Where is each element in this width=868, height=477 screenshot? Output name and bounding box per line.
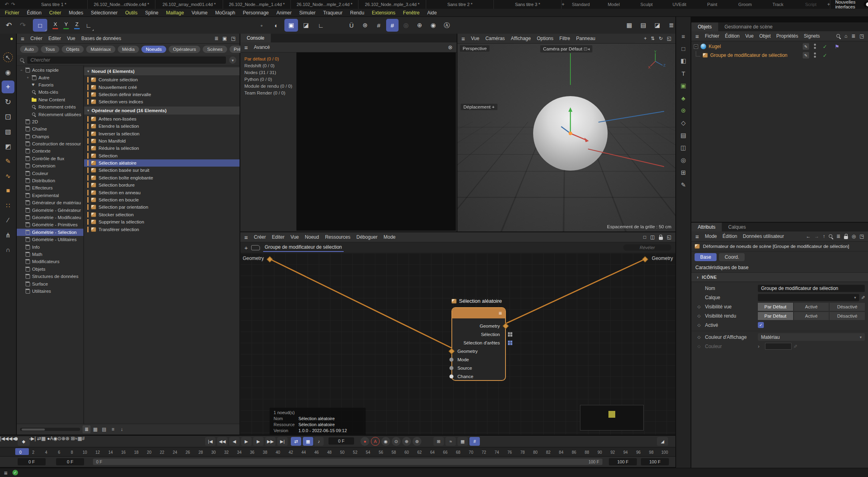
layout-tab[interactable]: Groom (729, 0, 761, 9)
expander-icon[interactable] (19, 164, 24, 168)
timeline-snap-toggle[interactable]: # (469, 437, 480, 446)
preview-range-slider[interactable]: 0 F 100 F (93, 459, 602, 465)
add-layout-button[interactable]: + (827, 0, 830, 9)
search-input[interactable]: Chercher (27, 56, 226, 64)
node-input-port[interactable]: Chance (452, 372, 505, 380)
popout-icon[interactable]: ◳ (860, 233, 864, 239)
globe-icon[interactable]: ◎ (678, 155, 689, 165)
menu-item[interactable]: Fenêtre (403, 10, 419, 16)
expander-icon[interactable]: − (19, 68, 24, 72)
expander-icon[interactable] (26, 112, 30, 117)
node-graph-canvas[interactable]: Geometry Geometry Sélection aléatoire ≡ … (240, 253, 675, 435)
previous-frame-button[interactable]: ◀ (229, 437, 240, 446)
console-output[interactable] (296, 52, 456, 231)
view-label[interactable]: Perspective (460, 45, 489, 52)
layout-tab[interactable]: Sculpt (630, 0, 663, 9)
animate-diamond-icon[interactable]: ◇ (695, 314, 703, 318)
quantize-button[interactable]: # (373, 19, 385, 32)
node-input-port[interactable]: Source (452, 364, 505, 372)
expander-icon[interactable] (19, 267, 24, 271)
list-item[interactable]: ▾ Stocker sélection (84, 211, 240, 218)
back-icon[interactable]: ← (806, 233, 811, 239)
keyframe-selection-button[interactable]: ◉ (381, 437, 390, 446)
list-item[interactable]: ▾ Sélection vers indices (84, 98, 240, 105)
menu-item[interactable]: Mode (705, 233, 717, 239)
panel-tab[interactable]: Calques (722, 223, 752, 231)
filter-tab[interactable]: Tous (41, 46, 59, 53)
coordinate-system-button[interactable]: ∟ (83, 19, 95, 32)
layout-pane-icon[interactable]: □ (678, 44, 689, 53)
menu-item[interactable]: Bases de données (81, 36, 121, 41)
tree-item[interactable]: Construction de ressour (17, 140, 83, 147)
menu-item[interactable]: Vue (471, 36, 479, 41)
menu-item[interactable]: Simuler (299, 10, 316, 16)
panel-tab[interactable]: Objets (691, 22, 718, 31)
selection-filter-button[interactable]: □ (33, 19, 47, 32)
list-item[interactable]: ▾ Noeud (4 Elements) (84, 67, 240, 75)
tree-item[interactable]: Récemment créés (17, 103, 83, 111)
current-frame-field[interactable]: 0 F (328, 437, 354, 445)
vegetation-icon[interactable]: ♣ (678, 93, 689, 103)
tree-item[interactable]: Modificateurs (17, 258, 83, 265)
port-marker[interactable] (449, 366, 453, 370)
menu-item[interactable]: Editer (272, 234, 284, 240)
animate-diamond-icon[interactable]: ◇ (695, 335, 703, 339)
edge-mode-button[interactable]: ◐ (270, 19, 283, 32)
expander-icon[interactable] (19, 260, 24, 264)
enabled-checkbox[interactable]: ✓ (758, 322, 764, 328)
hamburger-icon[interactable]: ≡ (695, 233, 699, 240)
node-input-port[interactable]: Mode (452, 355, 505, 364)
expander-icon[interactable] (19, 215, 24, 220)
expander-icon[interactable] (26, 97, 30, 102)
annotation-button[interactable]: Ⓐ (441, 19, 453, 32)
list-item[interactable]: ▾ Etendre la sélection (84, 123, 240, 130)
segment-option[interactable]: Désactivé (830, 303, 865, 311)
menu-item[interactable]: Propriétés (776, 33, 798, 39)
filter-tab[interactable]: Média (118, 46, 139, 53)
range-start-field[interactable]: 0 F (18, 458, 46, 465)
maximize-view-icon[interactable]: ◱ (667, 36, 671, 41)
filter-tab[interactable]: Opérateurs (169, 46, 201, 53)
document-tab[interactable]: 26.102_Node...mple_2.c4d * (291, 0, 358, 9)
expander-icon[interactable] (19, 171, 24, 175)
preview-end-field[interactable]: 100 F (609, 458, 637, 465)
tree-item[interactable]: Géométrie - Utilitaires (17, 236, 83, 243)
expander-icon[interactable] (19, 223, 24, 227)
node-menu-icon[interactable]: ≡ (499, 310, 502, 316)
isolate-view-button[interactable]: ◉ (427, 19, 439, 32)
render-region-button[interactable]: ▦ (623, 19, 635, 32)
new-interfaces-toggle[interactable] (864, 2, 868, 7)
expander-icon[interactable] (19, 282, 24, 286)
menu-item[interactable]: Extensions (372, 10, 395, 16)
snap-settings-button[interactable]: ⊛ (359, 19, 371, 32)
camera-label[interactable]: Caméra par Défaut ⊡◂ (540, 45, 592, 52)
expander-icon[interactable]: − (694, 44, 698, 49)
tree-item[interactable]: Math (17, 251, 83, 258)
enabled-check-icon[interactable]: ✓ (823, 44, 827, 50)
z-axis-lock-button[interactable]: Z (72, 19, 82, 32)
expander-icon[interactable] (19, 193, 24, 197)
list-item[interactable]: ▾ Sélection en boucle (84, 196, 240, 203)
object-row-group[interactable]: Groupe de modificateur de sélection ✎ ✓ (691, 51, 868, 60)
nav-forward-icon[interactable]: ↷ (11, 2, 15, 7)
list-item[interactable]: ▾ Sélection définir intervalle (84, 91, 240, 98)
spline-tool-icon[interactable]: ∿ (2, 169, 14, 182)
search-icon[interactable] (836, 34, 840, 38)
expander-icon[interactable] (26, 105, 30, 109)
nav-back-icon[interactable]: ↶ (5, 2, 9, 7)
tree-item[interactable]: Info (17, 243, 83, 250)
tree-item[interactable]: Contrôle de flux (17, 155, 83, 162)
zoom-region-icon[interactable] (2, 36, 14, 49)
primitive-cube-icon[interactable]: ■ (2, 184, 14, 197)
render-picture-viewer-button[interactable]: ▤ (637, 19, 649, 32)
cloner-tool-icon[interactable]: ∷ (2, 199, 14, 212)
tree-item[interactable]: + Autre (17, 74, 83, 81)
menu-item[interactable]: Outils (125, 10, 137, 16)
single-view-icon[interactable]: □ (643, 234, 646, 240)
expander-icon[interactable] (19, 237, 24, 242)
list-item[interactable]: ▾ Sélection aléatoire (84, 159, 240, 167)
workplane-mode-button[interactable]: ∟ (314, 19, 328, 32)
tree-item[interactable]: Champs (17, 133, 83, 140)
expander-icon[interactable] (26, 90, 30, 95)
redo-button[interactable]: ↷ (16, 19, 29, 32)
